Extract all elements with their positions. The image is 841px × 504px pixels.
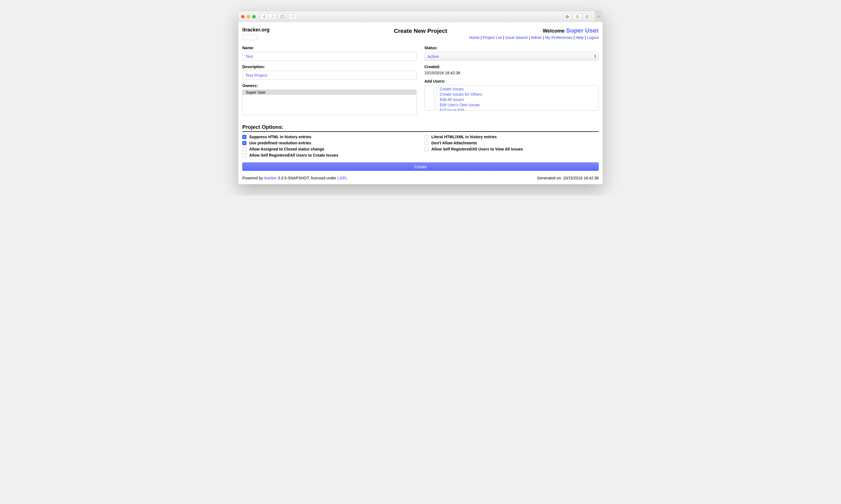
powered-by-label: Powered by: [242, 176, 264, 180]
create-button[interactable]: Create: [242, 162, 599, 171]
toolbar-right: +: [563, 12, 600, 22]
addusers-empty-list[interactable]: [424, 85, 434, 111]
footer-version: 3.3.5-SNAPSHOT, licensed under: [277, 176, 338, 180]
nav-logout[interactable]: Logout: [587, 35, 599, 40]
description-input[interactable]: [242, 71, 417, 79]
zoom-window-button[interactable]: [252, 15, 256, 18]
share-button[interactable]: [573, 13, 582, 20]
sidebar-toggle-button[interactable]: [278, 13, 287, 20]
description-label: Description:: [242, 65, 417, 69]
option-left-1-label: Use predefined resolution entries: [249, 141, 311, 145]
welcome-user: Super User: [566, 27, 599, 34]
brand-block: itracker.org: [242, 27, 394, 40]
option-left-0[interactable]: ✓Suppress HTML in history entries: [242, 134, 417, 139]
footer-right: Generated on: 10/15/2016 18:42:38: [537, 176, 599, 180]
nav-buttons: [260, 13, 277, 20]
perm-create-issues-others[interactable]: Create Issues for Others: [440, 92, 596, 97]
option-right-2-label: Allow Self Registered/All Users to View …: [431, 147, 523, 151]
welcome-label: Welcome: [543, 28, 565, 34]
perm-full-issue-edit[interactable]: Full Issue Edit: [440, 108, 596, 111]
created-label: Created:: [424, 65, 599, 69]
forward-button[interactable]: [269, 13, 277, 20]
tabs-button[interactable]: [583, 13, 591, 20]
minimize-window-button[interactable]: [247, 15, 250, 18]
browser-window: + itracker.org Create New Project Welcom…: [238, 11, 603, 184]
perm-create-issues[interactable]: Create Issues: [440, 87, 596, 92]
brand-logo-placeholder: [242, 35, 257, 40]
nav-my-preferences[interactable]: My Preferences: [545, 35, 572, 40]
perm-edit-own-issues[interactable]: Edit User's Own Issues: [440, 102, 596, 108]
status-select[interactable]: Active: [424, 52, 599, 61]
reader-button[interactable]: [289, 13, 297, 20]
nav-links: Home | Project List | Issue Search | Adm…: [447, 35, 599, 40]
status-label: Status:: [424, 46, 599, 50]
footer-license-link[interactable]: LGPL: [338, 176, 347, 180]
option-left-3[interactable]: Allow Self Registered/All Users to Creat…: [242, 153, 417, 158]
footer-app-link[interactable]: itracker: [264, 176, 277, 180]
new-tab-button[interactable]: +: [595, 12, 603, 22]
svg-rect-0: [281, 15, 285, 18]
option-right-1[interactable]: Don't Allow Attachments: [424, 141, 599, 145]
view-buttons: [278, 13, 297, 20]
option-right-1-checkbox[interactable]: [424, 141, 429, 145]
option-left-3-label: Allow Self Registered/All Users to Creat…: [249, 153, 338, 158]
nav-help[interactable]: Help: [576, 35, 584, 40]
perm-edit-all-issues[interactable]: Edit All Issues: [440, 97, 596, 102]
footer: Powered by itracker 3.3.5-SNAPSHOT, lice…: [242, 176, 599, 180]
downloads-button[interactable]: [563, 13, 571, 20]
option-left-2[interactable]: Allow Assigned to Closed status change: [242, 147, 417, 151]
nav-issue-search[interactable]: Issue Search: [505, 35, 528, 40]
nav-project-list[interactable]: Project List: [483, 35, 502, 40]
titlebar: +: [238, 12, 603, 22]
nav-home[interactable]: Home: [469, 35, 480, 40]
window-controls: [241, 15, 256, 18]
welcome-text: Welcome Super User: [447, 27, 599, 34]
owners-listbox[interactable]: Super User: [242, 90, 417, 115]
option-left-2-checkbox[interactable]: [242, 147, 246, 151]
welcome-block: Welcome Super User Home | Project List |…: [447, 27, 599, 40]
option-left-0-label: Suppress HTML in history entries: [249, 134, 311, 139]
owners-option[interactable]: Super User: [243, 90, 416, 95]
footer-left: Powered by itracker 3.3.5-SNAPSHOT, lice…: [242, 176, 347, 180]
addusers-label: Add Users:: [424, 79, 599, 84]
name-input[interactable]: [242, 52, 417, 61]
option-left-2-label: Allow Assigned to Closed status change: [249, 147, 324, 151]
option-right-2[interactable]: Allow Self Registered/All Users to View …: [424, 147, 599, 151]
svg-rect-8: [586, 15, 589, 18]
option-right-1-label: Don't Allow Attachments: [431, 141, 477, 145]
option-left-1[interactable]: ✓Use predefined resolution entries: [242, 141, 417, 145]
nav-admin[interactable]: Admin: [531, 35, 542, 40]
name-label: Name:: [242, 46, 417, 50]
option-right-0-checkbox[interactable]: [424, 135, 429, 139]
created-value: 10/15/2016 18:42:38: [424, 71, 599, 75]
close-window-button[interactable]: [241, 15, 244, 18]
option-left-1-checkbox[interactable]: ✓: [242, 141, 246, 145]
option-right-2-checkbox[interactable]: [424, 147, 429, 151]
page-title: Create New Project: [394, 27, 447, 34]
permissions-list[interactable]: Create Issues Create Issues for Others E…: [437, 85, 599, 111]
generated-value: 10/15/2016 18:42:38: [563, 176, 599, 180]
option-right-0-label: Literal HTML/XML in history entries: [431, 134, 497, 139]
back-button[interactable]: [260, 13, 269, 20]
option-right-0[interactable]: Literal HTML/XML in history entries: [424, 134, 599, 139]
option-left-3-checkbox[interactable]: [242, 153, 246, 158]
generated-label: Generated on:: [537, 176, 563, 180]
page-content: itracker.org Create New Project Welcome …: [238, 22, 603, 184]
project-options-title: Project Options:: [242, 124, 599, 132]
option-left-0-checkbox[interactable]: ✓: [242, 135, 246, 139]
brand-name: itracker.org: [242, 27, 394, 33]
owners-label: Owners:: [242, 84, 417, 88]
